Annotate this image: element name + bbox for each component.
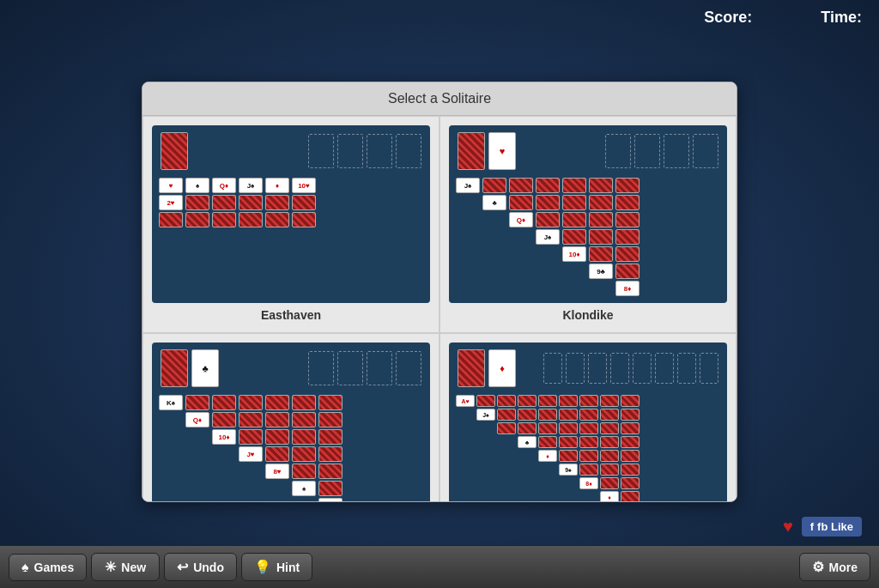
kl-col-3: Q♦ <box>509 178 533 227</box>
klondike-preview: ♥ J♠ ♣ <box>449 125 727 303</box>
card <box>615 246 640 262</box>
klt-col-5: 8♥ <box>265 395 289 479</box>
card <box>318 446 343 462</box>
card: K♠ <box>159 395 183 410</box>
foundation-7 <box>677 353 696 384</box>
foundation-1 <box>605 134 631 168</box>
hint-icon: 💡 <box>254 559 271 575</box>
card: 8♦ <box>615 281 640 296</box>
tableau-col-4: J♠ <box>239 178 263 227</box>
hint-button[interactable]: 💡 Hint <box>241 553 312 581</box>
card <box>621 436 640 448</box>
card <box>621 422 640 434</box>
card <box>600 436 619 448</box>
games-button[interactable]: ♠ Games <box>9 554 87 581</box>
card <box>292 429 316 445</box>
card <box>292 446 316 462</box>
easthaven-top-row <box>159 132 423 170</box>
card: ♦ <box>538 450 557 462</box>
card <box>621 491 640 502</box>
tableau-col-1: ♥ 2♥ <box>159 178 183 227</box>
foundation-2 <box>566 353 585 384</box>
card <box>559 436 578 448</box>
kl-col-6: 9♣ <box>589 178 613 279</box>
card <box>621 409 640 421</box>
foundation-6 <box>655 353 674 384</box>
card <box>562 212 586 227</box>
card: J♠ <box>536 229 560 245</box>
new-button[interactable]: ✳ New <box>91 553 160 581</box>
card: ♣ <box>482 195 506 210</box>
game-cell-klondike[interactable]: ♥ J♠ ♣ <box>440 116 737 333</box>
undo-button[interactable]: ↩ Undo <box>164 553 237 581</box>
card: J♠ <box>456 178 480 193</box>
game-cell-klondike-threes[interactable]: ♣ K♠ Q♦ <box>142 333 440 502</box>
card <box>497 409 516 421</box>
kltd-col-3 <box>497 395 516 434</box>
klondike-label: Klondike <box>562 308 613 322</box>
card <box>497 395 516 407</box>
card <box>518 395 536 407</box>
new-icon: ✳ <box>105 559 116 575</box>
card <box>265 429 289 445</box>
klt-col-7: ♣ <box>318 395 343 502</box>
games-label: Games <box>34 561 75 574</box>
more-button[interactable]: ⚙ More <box>799 553 870 581</box>
card <box>509 195 533 210</box>
klt-col-1: K♠ <box>159 395 183 412</box>
card <box>265 395 289 410</box>
card <box>265 212 289 227</box>
card <box>536 195 560 210</box>
klondike-top-row: ♥ <box>456 132 720 170</box>
card: ♣ <box>318 498 343 502</box>
score-label: Score: <box>704 9 752 27</box>
card <box>615 212 640 227</box>
card: Q♦ <box>509 212 533 227</box>
kl-col-4: J♠ <box>536 178 560 245</box>
easthaven-preview: ♥ 2♥ ♠ Q♦ <box>152 125 430 303</box>
card <box>562 178 586 193</box>
fb-like-button[interactable]: f fb Like <box>802 517 862 536</box>
foundation-2 <box>337 351 363 385</box>
card <box>185 395 209 410</box>
card <box>239 195 263 210</box>
card <box>265 195 289 210</box>
foundation-4 <box>396 134 421 168</box>
tableau-col-5: ♦ <box>265 178 289 227</box>
card <box>318 412 343 427</box>
heart-icon: ♥ <box>783 517 793 536</box>
card <box>600 450 619 462</box>
game-cell-klondike-two-decks[interactable]: ♦ A♥ J♠ <box>440 333 737 502</box>
easthaven-label: Easthaven <box>261 308 321 322</box>
tableau-col-3: Q♦ <box>212 178 236 227</box>
klt-tableau: K♠ Q♦ 10♦ J♥ <box>159 395 423 502</box>
card <box>265 446 289 462</box>
foundation-3 <box>588 353 607 384</box>
foundation-4 <box>693 134 718 168</box>
header: Score: Time: <box>0 0 879 34</box>
foundation-3 <box>664 134 689 168</box>
card <box>621 464 640 476</box>
select-dialog: Select a Solitaire ♥ 2 <box>142 82 737 502</box>
card <box>482 178 506 193</box>
kl-col-5: 10♦ <box>562 178 586 262</box>
kltd-col-8: ♦ <box>600 395 619 502</box>
foundation-1 <box>543 353 562 384</box>
card <box>579 409 598 421</box>
undo-icon: ↩ <box>177 559 188 575</box>
game-cell-easthaven[interactable]: ♥ 2♥ ♠ Q♦ <box>142 116 440 333</box>
kltd-col-4: ♣ <box>518 395 536 448</box>
stock-card <box>161 349 188 387</box>
card <box>559 409 578 421</box>
card <box>239 395 263 410</box>
tableau-col-6: 10♥ <box>292 178 316 227</box>
card <box>212 412 236 427</box>
card <box>509 178 533 193</box>
kltd-col-9: 6♠ <box>621 395 640 502</box>
more-icon: ⚙ <box>812 559 824 575</box>
card <box>538 395 557 407</box>
tableau-col-2: ♠ <box>185 178 209 227</box>
card <box>615 178 640 193</box>
kltd-col-6: 9♠ <box>559 395 578 476</box>
stock-card <box>458 132 485 170</box>
